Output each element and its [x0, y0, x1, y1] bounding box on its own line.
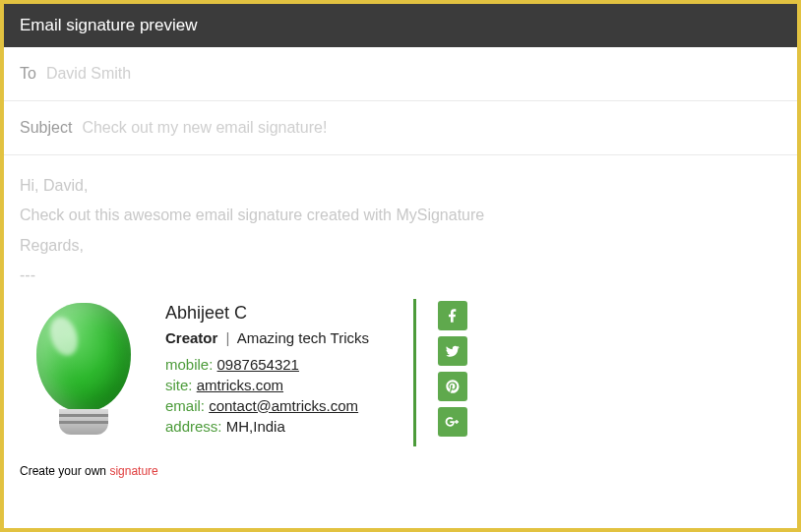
footer-text: Create your own [20, 464, 109, 478]
subject-label: Subject [20, 119, 72, 137]
body-line-4: --- [20, 261, 781, 290]
body-line-3: Regards, [20, 231, 781, 261]
facebook-icon [445, 308, 461, 324]
signature-role-row: Creator | Amazing tech Tricks [165, 329, 392, 346]
pinterest-icon [445, 379, 461, 394]
signature-name: Abhijeet C [165, 303, 392, 324]
header-title: Email signature preview [20, 16, 197, 34]
site-label: site: [165, 377, 193, 393]
subject-row: Subject Check out my new email signature… [4, 101, 797, 155]
subject-value[interactable]: Check out my new email signature! [82, 119, 327, 137]
to-label: To [20, 65, 36, 83]
signature-details: Abhijeet C Creator | Amazing tech Tricks… [165, 299, 392, 439]
site-value[interactable]: amtricks.com [197, 377, 283, 393]
signature-company: Amazing tech Tricks [237, 329, 369, 346]
header-bar: Email signature preview [4, 4, 797, 47]
twitter-button[interactable] [438, 336, 467, 366]
signature-site-row: site: amtricks.com [165, 377, 392, 393]
address-value: MH,India [226, 418, 285, 435]
footer-link[interactable]: signature [109, 464, 157, 478]
pinterest-button[interactable] [438, 372, 467, 401]
googleplus-button[interactable] [438, 407, 467, 437]
googleplus-icon [445, 414, 461, 430]
address-label: address: [165, 418, 222, 435]
body-line-1: Hi, David, [20, 171, 781, 201]
email-body: Hi, David, Check out this awesome email … [4, 155, 797, 299]
body-line-2: Check out this awesome email signature c… [20, 201, 781, 230]
signature-logo [20, 299, 148, 441]
signature-separator: | [226, 329, 230, 346]
signature-email-row: email: contact@amtricks.com [165, 397, 392, 414]
signature-address-row: address: MH,India [165, 418, 392, 435]
signature-mobile-row: mobile: 0987654321 [165, 356, 392, 373]
mobile-value[interactable]: 0987654321 [217, 356, 299, 373]
email-value[interactable]: contact@amtricks.com [209, 397, 358, 414]
email-label: email: [165, 397, 205, 414]
twitter-icon [445, 343, 461, 359]
lightbulb-icon [30, 303, 138, 441]
footer: Create your own signature [4, 454, 797, 478]
signature-block: Abhijeet C Creator | Amazing tech Tricks… [4, 299, 797, 454]
social-column [438, 299, 467, 437]
to-row: To David Smith [4, 47, 797, 101]
mobile-label: mobile: [165, 356, 213, 373]
signature-role: Creator [165, 329, 217, 346]
vertical-divider [413, 299, 416, 446]
facebook-button[interactable] [438, 301, 467, 330]
to-value[interactable]: David Smith [46, 65, 131, 83]
